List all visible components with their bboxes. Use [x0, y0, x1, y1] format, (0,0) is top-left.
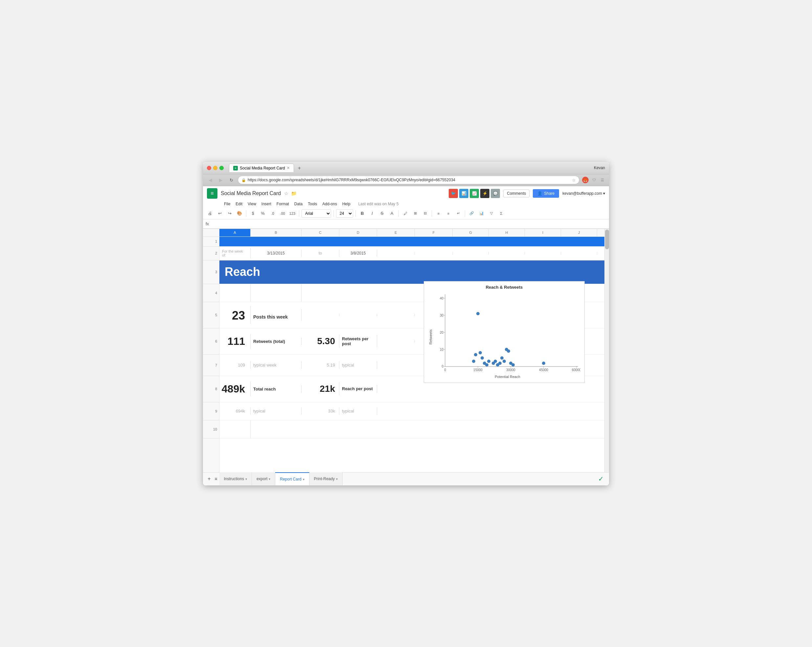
sheet-tab-report-card[interactable]: Report Card ▾ [275, 472, 309, 485]
addon-icon-3[interactable]: 📈 [470, 189, 479, 198]
active-tab[interactable]: ≡ Social Media Report Card ✕ [229, 163, 294, 172]
menu-addons[interactable]: Add-ons [320, 201, 340, 207]
sheet-tab-export[interactable]: export ▾ [252, 472, 275, 485]
user-account-button[interactable]: kevan@bufferapp.com ▾ [562, 191, 605, 196]
cell-b2[interactable]: 3/13/2015 [250, 250, 302, 257]
bold-button[interactable]: B [358, 209, 366, 218]
bookmark-icon[interactable]: ☆ [572, 178, 576, 183]
cell-a5[interactable]: 23 [220, 306, 250, 324]
col-header-g[interactable]: G [453, 229, 489, 237]
cell-b6[interactable]: Retweets (total) [250, 337, 302, 345]
share-button[interactable]: 👤 Share [533, 189, 559, 198]
cell-b9[interactable]: typical [250, 407, 302, 415]
col-header-a[interactable]: A [220, 229, 250, 237]
menu-edit[interactable]: Edit [233, 201, 245, 207]
menu-help[interactable]: Help [340, 201, 353, 207]
sheet-tab-instructions[interactable]: Instructions ▾ [220, 472, 252, 485]
format-number-button[interactable]: 123 [288, 209, 297, 218]
comments-button[interactable]: Comments [503, 189, 530, 197]
url-bar[interactable]: 🔒 https://docs.google.com/spreadsheets/d… [238, 176, 580, 184]
align-left-button[interactable]: ≡ [434, 209, 443, 218]
col-header-j[interactable]: J [561, 229, 597, 237]
col-header-c[interactable]: C [302, 229, 339, 237]
italic-button[interactable]: I [368, 209, 377, 218]
cell-g2[interactable] [453, 252, 489, 255]
fill-color-button[interactable]: 🖊 [401, 209, 410, 218]
scrollbar-thumb[interactable] [605, 230, 609, 249]
font-selector[interactable]: Arial [302, 209, 331, 218]
forward-button[interactable]: ▶ [217, 176, 225, 184]
folder-icon[interactable]: 📁 [291, 191, 297, 196]
cell-e2[interactable] [377, 252, 415, 255]
cell-a7[interactable]: 109 [220, 361, 250, 369]
undo-button[interactable]: ↩ [215, 209, 224, 218]
cell-b4[interactable] [250, 284, 302, 302]
redo-button[interactable]: ↪ [225, 209, 234, 218]
cell-c7[interactable]: 5.19 [302, 361, 339, 369]
addon-icon-5[interactable]: 💬 [491, 189, 500, 198]
link-button[interactable]: 🔗 [467, 209, 476, 218]
tab-close-icon[interactable]: ✕ [287, 166, 290, 170]
close-button[interactable] [207, 166, 211, 170]
paint-format-button[interactable]: 🎨 [235, 209, 244, 218]
formula-input[interactable] [212, 221, 606, 226]
col-header-k[interactable]: K [597, 229, 604, 237]
cell-b7[interactable]: typical week [250, 361, 302, 369]
cell-d2[interactable]: 3/8/2015 [339, 250, 377, 257]
col-header-f[interactable]: F [415, 229, 453, 237]
addon-icon-4[interactable]: ⚡ [480, 189, 490, 198]
cell-a2[interactable]: For the week of: [220, 248, 250, 258]
addon-icon-2[interactable]: 📊 [459, 189, 469, 198]
scrollbar-right[interactable] [604, 229, 609, 472]
add-sheet-button[interactable]: + [206, 475, 212, 483]
ext-icon-2[interactable]: 🛡 [591, 177, 597, 183]
cell-a9[interactable]: 694k [220, 407, 250, 415]
menu-insert[interactable]: Insert [259, 201, 274, 207]
refresh-button[interactable]: ↻ [227, 176, 235, 184]
cell-c8[interactable]: 21k [302, 382, 339, 395]
percent-button[interactable]: % [258, 209, 267, 218]
cell-h2[interactable] [489, 252, 525, 255]
cell-d6[interactable]: Retweets per post [339, 335, 377, 348]
col-header-d[interactable]: D [339, 229, 377, 237]
cell-d8[interactable]: Reach per post [339, 385, 377, 393]
menu-tools[interactable]: Tools [305, 201, 320, 207]
cell-d7[interactable]: typical [339, 361, 377, 369]
font-size-selector[interactable]: 24 [336, 209, 353, 218]
col-header-h[interactable]: H [489, 229, 525, 237]
cell-c9[interactable]: 33k [302, 407, 339, 415]
cell-e5[interactable] [377, 314, 415, 316]
currency-button[interactable]: $ [249, 209, 257, 218]
col-header-e[interactable]: E [377, 229, 415, 237]
back-button[interactable]: ◀ [206, 176, 214, 184]
star-icon[interactable]: ☆ [284, 191, 288, 196]
cell-j2[interactable] [561, 252, 597, 255]
ext-icon-3[interactable]: ☰ [599, 177, 606, 183]
cell-d5[interactable] [339, 314, 377, 316]
new-tab-button[interactable]: + [295, 164, 303, 172]
cell-a6[interactable]: 111 [220, 334, 250, 349]
cell-f2[interactable] [415, 252, 453, 255]
cell-b8[interactable]: Total reach [250, 385, 302, 393]
cell-c6[interactable]: 5.30 [302, 335, 339, 348]
ext-icon-1[interactable]: 🦊 [582, 177, 589, 183]
decimal-decrease-button[interactable]: .0 [269, 209, 277, 218]
cell-a4[interactable] [220, 284, 250, 302]
menu-file[interactable]: File [221, 201, 233, 207]
chart-button[interactable]: 📊 [477, 209, 486, 218]
cell-a10[interactable] [220, 420, 250, 438]
cell-c5[interactable] [302, 314, 339, 316]
col-header-i[interactable]: I [525, 229, 561, 237]
wrap-button[interactable]: ↵ [454, 209, 462, 218]
cell-i2[interactable] [525, 252, 561, 255]
text-color-button[interactable]: A [388, 209, 396, 218]
print-button[interactable]: 🖨 [206, 209, 214, 218]
addon-icon-1[interactable]: 🐦 [449, 189, 458, 198]
filter-button[interactable]: ▽ [487, 209, 496, 218]
strikethrough-button[interactable]: S [378, 209, 386, 218]
sheet-tab-print-ready[interactable]: Print-Ready ▾ [310, 472, 343, 485]
decimal-increase-button[interactable]: .00 [278, 209, 287, 218]
cell-d9[interactable]: typical [339, 407, 377, 415]
align-button[interactable]: ≡ [444, 209, 453, 218]
minimize-button[interactable] [213, 166, 217, 170]
